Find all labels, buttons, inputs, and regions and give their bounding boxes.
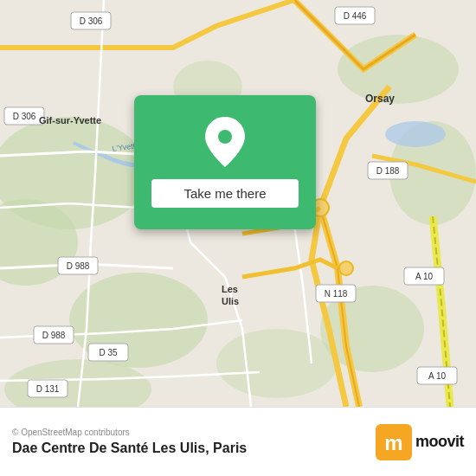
svg-text:D 988: D 988 xyxy=(67,261,90,271)
take-me-there-button[interactable]: Take me there xyxy=(151,179,299,208)
svg-text:D 35: D 35 xyxy=(99,348,118,357)
map-attribution: © OpenStreetMap contributors xyxy=(12,428,247,437)
svg-point-10 xyxy=(385,121,446,147)
svg-text:D 446: D 446 xyxy=(344,11,367,21)
svg-text:Ulis: Ulis xyxy=(222,296,239,306)
location-pin-icon xyxy=(203,117,247,169)
svg-text:A 10: A 10 xyxy=(415,272,433,281)
map-container: D 306 D 306 D 446 D 188 D 988 D 988 D 35… xyxy=(0,0,476,407)
moovit-icon: m xyxy=(376,424,412,460)
svg-text:m: m xyxy=(384,431,402,454)
moovit-logo: m moovit xyxy=(376,424,464,460)
svg-point-7 xyxy=(216,329,338,398)
svg-text:D 131: D 131 xyxy=(36,384,60,394)
svg-text:A 10: A 10 xyxy=(428,371,446,381)
svg-text:Les: Les xyxy=(222,284,238,294)
svg-point-40 xyxy=(218,130,232,144)
svg-text:D 188: D 188 xyxy=(376,166,400,176)
moovit-text: moovit xyxy=(415,433,464,451)
action-card: Take me there xyxy=(134,95,316,229)
svg-text:Gif-sur-Yvette: Gif-sur-Yvette xyxy=(39,115,101,125)
svg-text:N 118: N 118 xyxy=(325,289,348,299)
svg-text:D 988: D 988 xyxy=(42,331,66,340)
svg-text:Orsay: Orsay xyxy=(365,93,395,105)
bottom-text-col: © OpenStreetMap contributors Dae Centre … xyxy=(12,428,247,456)
svg-text:D 306: D 306 xyxy=(80,16,103,26)
svg-point-39 xyxy=(339,261,353,275)
bottom-bar: © OpenStreetMap contributors Dae Centre … xyxy=(0,407,476,476)
place-name: Dae Centre De Santé Les Ulis, Paris xyxy=(12,441,247,456)
svg-text:D 306: D 306 xyxy=(13,112,36,121)
